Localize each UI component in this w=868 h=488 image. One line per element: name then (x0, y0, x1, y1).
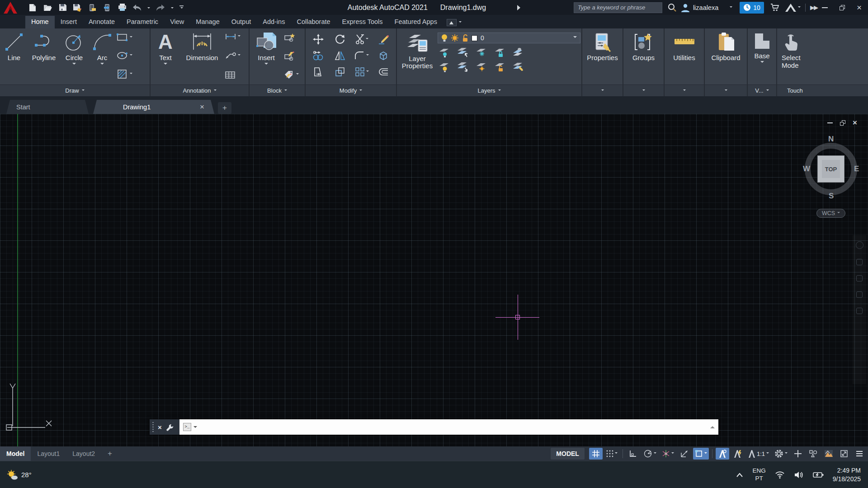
navigation-bar[interactable] (853, 235, 866, 384)
ribbon-tab-insert[interactable]: Insert (55, 16, 83, 28)
object-snap-button[interactable] (693, 448, 709, 460)
linear-dimension-caret[interactable] (238, 35, 241, 38)
hatch-tool-button[interactable] (117, 69, 132, 79)
layer-on-button[interactable] (438, 61, 449, 72)
base-dropdown-caret[interactable] (760, 61, 764, 65)
ribbon-tab-collaborate[interactable]: Collaborate (291, 16, 336, 28)
clock-widget[interactable]: 2:49 PM 9/18/2025 (833, 466, 861, 483)
modify-panel-footer[interactable]: Modify (306, 84, 396, 96)
pan-tool-icon[interactable] (856, 259, 863, 265)
command-customize-wrench-icon[interactable] (166, 423, 174, 431)
viewcube-east-label[interactable]: E (854, 164, 859, 174)
titlebar-overflow-button[interactable]: ▶▶ (810, 4, 817, 11)
workspace-switching-button[interactable] (773, 448, 789, 460)
redo-button[interactable] (156, 3, 165, 12)
signin-account-button[interactable]: lizaalexa (681, 3, 732, 12)
ribbon-tab-manage[interactable]: Manage (190, 16, 225, 28)
save-to-web-mobile-button[interactable] (103, 3, 112, 12)
clipboard-panel-footer[interactable] (705, 84, 747, 96)
wcs-dropdown[interactable]: WCS (816, 209, 845, 218)
layout-tab-layout1[interactable]: Layout1 (31, 446, 66, 461)
explode-tool-button[interactable] (378, 50, 389, 61)
layer-properties-button[interactable]: Layer Properties (397, 28, 438, 84)
select-mode-button[interactable]: Select Mode (782, 28, 802, 84)
groups-panel-footer[interactable] (623, 84, 664, 96)
save-as-button[interactable] (73, 3, 82, 12)
draw-panel-footer[interactable]: Draw (0, 84, 150, 96)
ribbon-tab-annotate[interactable]: Annotate (83, 16, 121, 28)
fillet-tool-button[interactable] (354, 51, 369, 60)
new-layout-button[interactable]: + (101, 446, 118, 461)
layer-unlock-button[interactable] (493, 61, 505, 72)
file-tab-start[interactable]: Start (6, 100, 89, 114)
orbit-tool-icon[interactable] (856, 291, 863, 298)
command-input[interactable] (199, 419, 708, 435)
ribbon-tab-parametric[interactable]: Parametric (121, 16, 164, 28)
object-snap-tracking-button[interactable] (678, 448, 691, 460)
rotate-tool-button[interactable] (335, 34, 345, 45)
insert-block-button[interactable]: Insert (250, 28, 283, 84)
properties-button[interactable]: Properties (587, 28, 618, 84)
layer-match-button[interactable] (512, 61, 524, 72)
rectangle-dropdown-caret[interactable] (130, 36, 132, 39)
offset-tool-button[interactable] (378, 67, 389, 76)
clean-screen-button[interactable] (837, 448, 851, 460)
restore-window-button[interactable] (840, 5, 845, 10)
array-caret[interactable] (366, 70, 369, 73)
weather-widget[interactable]: 28° (0, 469, 32, 480)
volume-icon[interactable] (794, 471, 804, 479)
zoom-tool-icon[interactable] (856, 275, 863, 282)
layer-thaw-button[interactable] (475, 61, 486, 72)
file-tab-drawing1[interactable]: Drawing1 × (93, 100, 214, 114)
define-attributes-button[interactable] (284, 70, 299, 79)
ribbon-minimize-button[interactable] (447, 19, 457, 26)
layer-color-swatch[interactable] (472, 35, 477, 41)
drawing-minimize-button[interactable] (827, 122, 833, 123)
view-panel-footer[interactable]: V... (748, 84, 776, 96)
redo-dropdown-caret[interactable] (171, 7, 174, 10)
isolate-objects-button[interactable] (807, 448, 820, 460)
status-customization-button[interactable] (853, 448, 866, 460)
workspace-caret[interactable] (785, 452, 788, 455)
open-file-button[interactable] (43, 3, 52, 12)
attributes-caret[interactable] (296, 73, 299, 76)
mirror-tool-button[interactable] (335, 51, 345, 61)
graphics-performance-button[interactable] (822, 448, 835, 460)
showmotion-tool-icon[interactable] (856, 308, 863, 314)
utilities-panel-footer[interactable] (665, 84, 704, 96)
insert-dropdown-caret[interactable] (264, 63, 268, 66)
snap-mode-button[interactable] (604, 448, 619, 460)
array-tool-button[interactable] (354, 66, 369, 77)
stretch-tool-button[interactable] (313, 66, 324, 77)
open-from-web-mobile-button[interactable] (88, 3, 97, 12)
ribbon-minimize-caret[interactable] (459, 21, 462, 24)
leader-button[interactable] (225, 52, 241, 59)
layer-isolate-button[interactable] (456, 47, 468, 58)
layer-dropdown[interactable]: 0 (438, 33, 580, 43)
wifi-icon[interactable] (775, 471, 785, 479)
layer-unisolate-button[interactable] (456, 61, 468, 72)
arc-dropdown-caret[interactable] (100, 63, 104, 66)
arc-tool-button[interactable]: Arc (89, 28, 116, 84)
ribbon-tab-featured-apps[interactable]: Featured Apps (389, 16, 443, 28)
close-window-button[interactable]: × (857, 5, 862, 10)
polar-tracking-button[interactable] (642, 448, 658, 460)
edit-block-button[interactable] (284, 52, 299, 61)
rectangle-tool-button[interactable] (117, 33, 132, 42)
annotation-visibility-button[interactable] (716, 448, 729, 460)
ortho-mode-button[interactable] (626, 448, 640, 460)
layer-lock-button[interactable] (493, 47, 505, 58)
new-drawing-tab-button[interactable]: + (218, 102, 231, 114)
command-input-area[interactable]: >_ (179, 419, 718, 435)
drawing-close-button[interactable]: × (853, 121, 857, 125)
ribbon-tab-home[interactable]: Home (25, 16, 55, 28)
linear-dimension-button[interactable] (225, 33, 241, 40)
trim-caret[interactable] (366, 38, 368, 41)
viewcube-south-label[interactable]: S (829, 192, 834, 201)
base-button[interactable]: Base (753, 28, 771, 84)
line-tool-button[interactable]: Line (0, 28, 28, 84)
search-button[interactable] (668, 3, 676, 12)
clipboard-button[interactable]: Clipboard (711, 28, 740, 84)
save-button[interactable] (58, 3, 67, 12)
hidden-icons-chevron[interactable] (736, 473, 743, 477)
